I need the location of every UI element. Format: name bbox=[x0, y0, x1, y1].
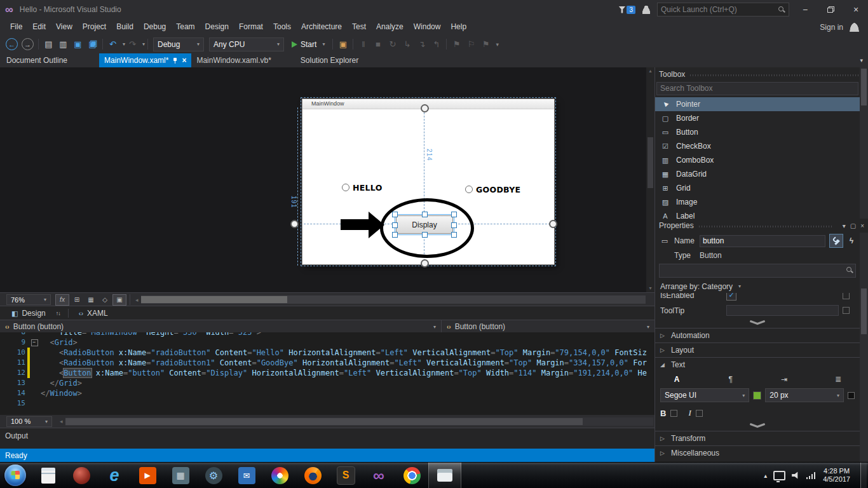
start-button[interactable] bbox=[4, 464, 26, 486]
font-tab[interactable]: A bbox=[669, 375, 684, 384]
designer-horizontal-scrollbar[interactable] bbox=[141, 295, 646, 304]
menu-debug[interactable]: Debug bbox=[139, 19, 171, 35]
scroll-left-icon[interactable]: ◂ bbox=[60, 418, 63, 424]
italic-toggle[interactable]: I bbox=[688, 408, 691, 418]
restart-button[interactable]: ↻ bbox=[385, 37, 400, 51]
taskbar-paint-app[interactable] bbox=[263, 463, 296, 488]
quick-launch-input[interactable]: Quick Launch (Ctrl+Q) bbox=[657, 3, 789, 17]
toolbox-item-pointer[interactable]: ▶Pointer bbox=[655, 97, 860, 111]
step-over-button[interactable]: ↴ bbox=[414, 37, 429, 51]
live-visual-tree-button[interactable]: ▣ bbox=[336, 37, 350, 51]
xaml-code-editor[interactable]: 8 Title="MainWindow" Height="350" Width=… bbox=[0, 332, 654, 415]
user-avatar-icon[interactable] bbox=[850, 23, 859, 32]
properties-search-input[interactable] bbox=[659, 264, 856, 278]
property-marker-box[interactable] bbox=[848, 392, 855, 399]
menu-format[interactable]: Format bbox=[234, 19, 268, 35]
code-line-11[interactable]: 11 <RadioButton x:Name="radioButton1" Co… bbox=[0, 358, 654, 368]
close-tab-icon[interactable]: × bbox=[182, 56, 186, 65]
toolbox-item-combobox[interactable]: ▥ComboBox bbox=[655, 153, 860, 167]
menu-test[interactable]: Test bbox=[347, 19, 371, 35]
show-grid-button[interactable]: ⊞ bbox=[71, 295, 83, 305]
toggle-bookmark-button[interactable]: ⚑ bbox=[449, 37, 464, 51]
menu-project[interactable]: Project bbox=[78, 19, 111, 35]
pin-icon[interactable] bbox=[172, 57, 178, 64]
display-tray-icon[interactable] bbox=[773, 471, 785, 480]
prev-bookmark-button[interactable]: ⚐ bbox=[464, 37, 478, 51]
snaplines-button[interactable]: ◇ bbox=[98, 295, 111, 305]
swap-panes-button[interactable]: ↑↓ bbox=[56, 310, 60, 316]
font-size-dropdown[interactable]: 20 px ▾ bbox=[765, 388, 844, 402]
radiobutton-hello[interactable]: HELLO bbox=[342, 183, 383, 192]
scrollbar-thumb[interactable] bbox=[65, 418, 583, 425]
tab-mainwindow-xaml[interactable]: MainWindow.xaml* × bbox=[99, 53, 191, 67]
volume-tray-icon[interactable] bbox=[792, 471, 800, 480]
restore-button[interactable] bbox=[821, 2, 840, 17]
menu-help[interactable]: Help bbox=[445, 19, 471, 35]
taskbar-media-app[interactable] bbox=[65, 463, 98, 488]
property-marker-box[interactable] bbox=[696, 410, 703, 417]
close-panel-icon[interactable]: × bbox=[860, 222, 864, 229]
property-marker-box[interactable] bbox=[670, 410, 677, 417]
toolbox-item-image[interactable]: ▨Image bbox=[655, 195, 860, 209]
taskbar-system-app[interactable]: ▦ bbox=[164, 463, 197, 488]
taskbar-visual-studio[interactable]: ∞ bbox=[362, 463, 395, 488]
toolbox-item-border[interactable]: ▢Border bbox=[655, 111, 860, 125]
resize-grip-right[interactable] bbox=[549, 220, 557, 228]
menu-tools[interactable]: Tools bbox=[268, 19, 296, 35]
editor-zoom-dropdown[interactable]: 100 % ▾ bbox=[6, 416, 52, 427]
feedback-icon[interactable] bbox=[642, 6, 651, 14]
taskbar-internet-explorer[interactable]: e bbox=[98, 463, 131, 488]
tab-list-caret-icon[interactable]: ▾ bbox=[860, 57, 863, 64]
list-tab-icon[interactable]: ≣ bbox=[831, 375, 846, 384]
effects-toggle-button[interactable]: fx bbox=[55, 294, 69, 306]
radiobutton-goodbye[interactable]: GOODBYE bbox=[465, 185, 520, 194]
menu-file[interactable]: File bbox=[5, 19, 27, 35]
tab-mainwindow-xaml-vb[interactable]: MainWindow.xaml.vb* bbox=[191, 53, 276, 67]
properties-header[interactable]: Properties ▾ ▢ × bbox=[655, 219, 868, 233]
indent-tab-icon[interactable]: ⇥ bbox=[776, 375, 792, 384]
element-breadcrumb-dropdown[interactable]: ‹› Button (button) ▾ bbox=[0, 320, 442, 333]
window-position-caret-icon[interactable]: ▾ bbox=[843, 222, 846, 229]
menu-edit[interactable]: Edit bbox=[27, 19, 51, 35]
xaml-designer-surface[interactable]: MainWindow 214 191 HELLO bbox=[0, 67, 654, 292]
artboard-background-toggle[interactable]: ▣ bbox=[112, 294, 126, 306]
redo-button[interactable]: ↷▾ bbox=[125, 37, 145, 51]
scrollbar-thumb[interactable] bbox=[648, 137, 653, 188]
sign-in-link[interactable]: Sign in bbox=[820, 23, 843, 32]
code-line-14[interactable]: 14</Window> bbox=[0, 388, 654, 398]
properties-mode-button[interactable] bbox=[829, 234, 843, 248]
tooltip-input[interactable] bbox=[726, 305, 839, 316]
scrollbar-thumb[interactable] bbox=[861, 69, 867, 105]
font-color-swatch[interactable] bbox=[753, 391, 761, 400]
designer-zoom-dropdown[interactable]: 76% ▾ bbox=[6, 294, 51, 305]
category-transform[interactable]: ▷ Transform bbox=[655, 431, 860, 445]
step-into-button[interactable]: ↳ bbox=[400, 37, 414, 51]
taskbar-file-explorer[interactable] bbox=[428, 463, 461, 488]
toolbox-item-label[interactable]: ALabel bbox=[655, 209, 860, 219]
show-hidden-icons-button[interactable]: ▴ bbox=[764, 472, 767, 479]
navigate-backward-button[interactable]: ← bbox=[6, 38, 18, 50]
notifications-button[interactable]: 3 bbox=[618, 6, 635, 14]
resize-grip-bottom[interactable] bbox=[421, 259, 429, 268]
property-marker-box[interactable] bbox=[843, 307, 850, 314]
step-out-button[interactable]: ↰ bbox=[429, 37, 444, 51]
toolbox-scrollbar[interactable] bbox=[860, 67, 868, 219]
menu-team[interactable]: Team bbox=[171, 19, 200, 35]
category-text[interactable]: ◢ Text bbox=[655, 357, 860, 372]
taskbar-chrome[interactable] bbox=[395, 463, 428, 488]
scrollbar-thumb[interactable] bbox=[861, 288, 867, 334]
minimize-button[interactable]: − bbox=[796, 2, 815, 17]
toolbox-item-grid[interactable]: ⊞Grid bbox=[655, 181, 860, 195]
code-line-8[interactable]: 8 Title="MainWindow" Height="350" Width=… bbox=[0, 332, 654, 337]
scroll-up-icon[interactable]: ▴ bbox=[649, 67, 651, 75]
output-panel[interactable]: Output bbox=[0, 428, 654, 449]
start-debugging-button[interactable]: Start▾ bbox=[292, 40, 325, 49]
code-line-13[interactable]: 13 </Grid> bbox=[0, 378, 654, 388]
xaml-view-tab[interactable]: ‹› XAML bbox=[72, 306, 114, 320]
scrollbar-thumb[interactable] bbox=[141, 296, 287, 303]
events-lightning-icon[interactable]: ϟ bbox=[847, 236, 856, 245]
code-line-10[interactable]: 10 <RadioButton x:Name="radioButton" Con… bbox=[0, 348, 654, 358]
properties-scrollbar[interactable] bbox=[860, 233, 868, 463]
solution-platform-dropdown[interactable]: Any CPU▾ bbox=[209, 37, 284, 51]
toolbox-item-checkbox[interactable]: ☑CheckBox bbox=[655, 139, 860, 153]
